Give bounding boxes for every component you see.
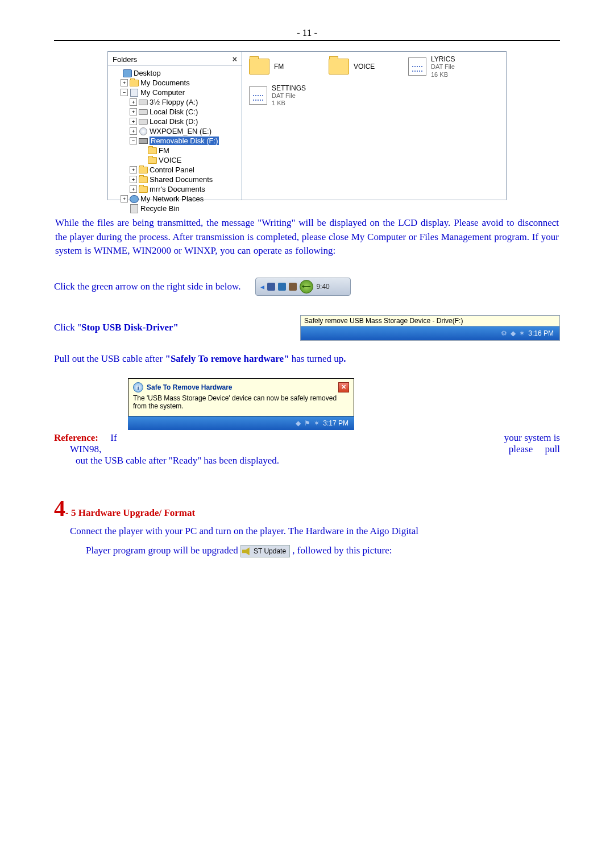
tray-icon[interactable]: ⚙ bbox=[501, 329, 507, 337]
tree-row[interactable]: Desktop bbox=[110, 68, 242, 78]
folder-icon bbox=[329, 59, 349, 75]
close-icon[interactable]: × bbox=[233, 55, 237, 64]
page-number: - 11 - bbox=[54, 27, 560, 41]
file-settings[interactable]: SETTINGS DAT File 1 KB bbox=[249, 84, 329, 108]
folder-voice[interactable]: VOICE bbox=[329, 55, 408, 78]
speaker-icon bbox=[242, 547, 251, 555]
reference-label: Reference: bbox=[54, 432, 98, 443]
section-title: - 5 Hardware Upgrade/ Format bbox=[65, 507, 195, 518]
tray-icon[interactable]: ◆ bbox=[296, 419, 301, 427]
balloon-title: Safe To Remove Hardware bbox=[147, 383, 233, 391]
tree-row[interactable]: +Local Disk (D:) bbox=[110, 117, 242, 126]
reference-tail: your system is bbox=[504, 432, 560, 444]
taskbar: ⚙ ◆ ✶ 3:16 PM bbox=[301, 326, 559, 340]
tray-icon[interactable]: ⚑ bbox=[304, 419, 310, 427]
win98-label: WIN98, bbox=[70, 444, 101, 455]
safe-to-remove-balloon: i Safe To Remove Hardware ✕ The 'USB Mas… bbox=[128, 378, 354, 430]
instruction-paragraph: While the files are being transmitted, t… bbox=[54, 216, 560, 258]
tree-row[interactable]: +3½ Floppy (A:) bbox=[110, 97, 242, 107]
tree-row[interactable]: +Shared Documents bbox=[110, 175, 242, 184]
win98-line2: out the USB cable after "Ready" has been… bbox=[76, 455, 560, 466]
tray-time: 9:40 bbox=[316, 283, 329, 291]
tree-row[interactable]: −Removable Disk (F:) bbox=[110, 136, 242, 146]
file-lyrics[interactable]: LYRICS DAT File 16 KB bbox=[408, 55, 488, 78]
tree-row[interactable]: +My Documents bbox=[110, 78, 242, 88]
tray-icon[interactable] bbox=[278, 283, 286, 291]
explorer-window: Folders × Desktop +My Documents −My Comp… bbox=[107, 51, 507, 200]
tree-row[interactable]: −My Computer bbox=[110, 88, 242, 97]
taskbar: ◆ ⚑ ✶ 3:17 PM bbox=[128, 416, 354, 430]
pullout-instruction: Pull out the USB cable after "Safely To … bbox=[54, 353, 560, 365]
tray-icon[interactable]: ✶ bbox=[519, 329, 525, 337]
balloon-body: The 'USB Mass Storage Device' device can… bbox=[133, 394, 349, 410]
tree-row[interactable]: +mrr's Documents bbox=[110, 184, 242, 194]
tree-row[interactable]: +Local Disk (C:) bbox=[110, 107, 242, 117]
tray-icon[interactable] bbox=[289, 283, 297, 291]
win98-pull: pull bbox=[545, 444, 560, 454]
folder-fm[interactable]: FM bbox=[249, 55, 329, 78]
tree-row[interactable]: FM bbox=[110, 146, 242, 155]
connect-text-2a: Player program group will be upgraded bbox=[86, 545, 240, 556]
folder-tree-pane: Folders × Desktop +My Documents −My Comp… bbox=[108, 52, 242, 200]
file-list-pane: FM VOICE LYRICS DAT File 16 KB bbox=[242, 52, 506, 200]
tree-row[interactable]: +WXPOEM_EN (E:) bbox=[110, 126, 242, 136]
folder-icon bbox=[249, 59, 269, 75]
section-number: 4 bbox=[54, 495, 65, 521]
close-icon[interactable]: ✕ bbox=[338, 382, 349, 392]
connect-text-1: Connect the player with your PC and turn… bbox=[70, 524, 560, 539]
stop-usb-bold: Stop USB Disk-Driver" bbox=[81, 322, 179, 333]
tree-row[interactable]: VOICE bbox=[110, 155, 242, 165]
file-icon bbox=[408, 57, 426, 76]
click-green-arrow-text: Click the green arrow on the right side … bbox=[54, 281, 240, 292]
tree-row[interactable]: Recycle Bin bbox=[110, 204, 242, 213]
safely-remove-icon[interactable]: ⟵ bbox=[300, 280, 313, 294]
info-icon: i bbox=[133, 382, 143, 392]
tree-row[interactable]: +Control Panel bbox=[110, 165, 242, 175]
taskbar-time: 3:17 PM bbox=[323, 419, 349, 427]
folders-title: Folders bbox=[113, 55, 137, 64]
system-tray: ◂ ⟵ 9:40 bbox=[255, 278, 351, 296]
file-icon bbox=[249, 86, 267, 105]
win98-please: please bbox=[509, 444, 533, 454]
click-stop-label: Click " bbox=[54, 322, 81, 333]
st-update-button[interactable]: ST Update bbox=[240, 545, 290, 557]
connect-text-2b: , followed by this picture: bbox=[292, 545, 392, 556]
tray-icon[interactable]: ◆ bbox=[511, 329, 516, 337]
reference-if: If bbox=[110, 432, 117, 443]
safely-remove-tooltip[interactable]: Safely remove USB Mass Storage Device - … bbox=[301, 316, 559, 326]
tree-row[interactable]: +My Network Places bbox=[110, 194, 242, 204]
safely-remove-popup: Safely remove USB Mass Storage Device - … bbox=[300, 315, 560, 341]
tray-expand-icon[interactable]: ◂ bbox=[260, 282, 264, 291]
tray-icon[interactable] bbox=[267, 283, 275, 291]
taskbar-time: 3:16 PM bbox=[528, 329, 554, 337]
tray-icon[interactable]: ✶ bbox=[314, 419, 320, 427]
